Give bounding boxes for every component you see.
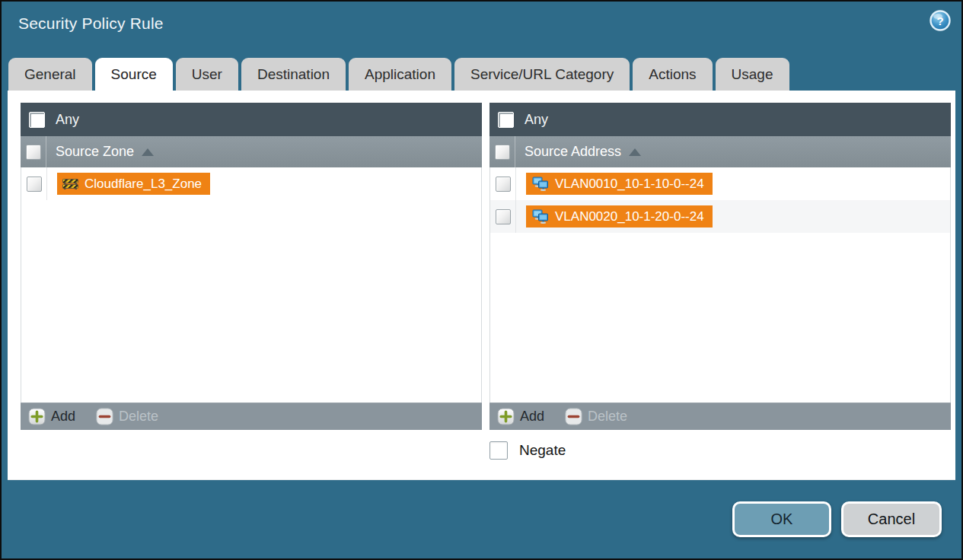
tab-usage[interactable]: Usage (716, 58, 789, 91)
tab-destination[interactable]: Destination (241, 58, 346, 91)
source-zone-column-header: Source Zone (21, 136, 482, 167)
source-address-footer: Add Delete (489, 402, 951, 430)
add-icon (28, 408, 46, 425)
dialog-action-bar: OK Cancel (2, 480, 961, 558)
address-object-label: VLAN0020_10-1-20-0--24 (555, 209, 704, 224)
tab-general[interactable]: General (8, 58, 92, 91)
source-zone-column-label: Source Zone (56, 144, 134, 160)
address-icon (531, 177, 549, 191)
tab-user[interactable]: User (176, 58, 238, 91)
source-zone-panel: Any Source Zone (21, 103, 482, 430)
add-icon (497, 408, 515, 425)
address-object-chip[interactable]: VLAN0020_10-1-20-0--24 (526, 205, 713, 228)
source-tab-content: Any Source Zone (8, 91, 955, 480)
source-zone-any-label: Any (56, 112, 79, 128)
add-label: Add (520, 409, 544, 425)
add-button[interactable]: Add (28, 408, 75, 425)
source-zone-any-row: Any (21, 103, 482, 136)
source-zone-select-all-checkbox[interactable] (26, 145, 41, 160)
ok-button[interactable]: OK (732, 501, 831, 537)
address-object-label: VLAN0010_10-1-10-0--24 (555, 177, 704, 192)
address-icon (531, 209, 549, 224)
sort-ascending-icon (142, 148, 154, 156)
add-label: Add (51, 409, 75, 425)
source-address-any-label: Any (525, 112, 548, 128)
cancel-button[interactable]: Cancel (841, 501, 942, 537)
source-address-sort-header[interactable]: Source Address (525, 144, 641, 160)
source-address-panel: Any Source Address (489, 103, 951, 430)
negate-label: Negate (519, 442, 566, 459)
negate-row: Negate (489, 441, 955, 460)
tab-application[interactable]: Application (349, 58, 451, 91)
help-icon[interactable]: ? (930, 10, 951, 31)
row-checkbox[interactable] (27, 177, 42, 192)
delete-label: Delete (119, 409, 158, 425)
source-address-select-all-checkbox[interactable] (495, 145, 510, 160)
source-address-any-row: Any (489, 103, 951, 136)
negate-checkbox[interactable] (489, 441, 508, 460)
tab-service-url-category[interactable]: Service/URL Category (454, 58, 630, 91)
delete-icon (565, 408, 582, 425)
svg-text:?: ? (936, 14, 943, 27)
add-button[interactable]: Add (497, 408, 544, 425)
address-object-chip[interactable]: VLAN0010_10-1-10-0--24 (526, 173, 713, 195)
table-row[interactable]: VLAN0010_10-1-10-0--24 (490, 167, 950, 200)
source-address-any-checkbox[interactable] (498, 112, 514, 128)
source-zone-sort-header[interactable]: Source Zone (56, 144, 154, 160)
row-checkbox[interactable] (496, 177, 511, 192)
sort-ascending-icon (629, 148, 641, 156)
table-row[interactable]: VLAN0020_10-1-20-0--24 (490, 200, 950, 233)
tab-actions[interactable]: Actions (633, 58, 712, 91)
tab-source[interactable]: Source (95, 58, 173, 91)
source-zone-list: Cloudflare_L3_Zone (21, 167, 482, 402)
source-address-column-label: Source Address (525, 144, 621, 160)
source-address-list: VLAN0010_10-1-10-0--24 (489, 167, 951, 402)
source-zone-footer: Add Delete (21, 402, 482, 430)
table-row[interactable]: Cloudflare_L3_Zone (21, 167, 481, 200)
zone-icon (62, 177, 78, 190)
source-address-column-header: Source Address (489, 136, 951, 167)
row-checkbox[interactable] (496, 209, 511, 224)
zone-object-label: Cloudflare_L3_Zone (85, 177, 202, 192)
delete-button[interactable]: Delete (96, 408, 158, 425)
delete-label: Delete (588, 409, 627, 425)
zone-object-chip[interactable]: Cloudflare_L3_Zone (57, 173, 210, 195)
security-policy-rule-dialog: Security Policy Rule ? General Source Us… (0, 0, 963, 560)
dialog-tabs: General Source User Destination Applicat… (2, 50, 961, 91)
dialog-titlebar: Security Policy Rule ? (2, 2, 961, 50)
delete-icon (96, 408, 113, 425)
delete-button[interactable]: Delete (565, 408, 627, 425)
dialog-title: Security Policy Rule (18, 14, 164, 33)
source-zone-any-checkbox[interactable] (29, 112, 45, 128)
